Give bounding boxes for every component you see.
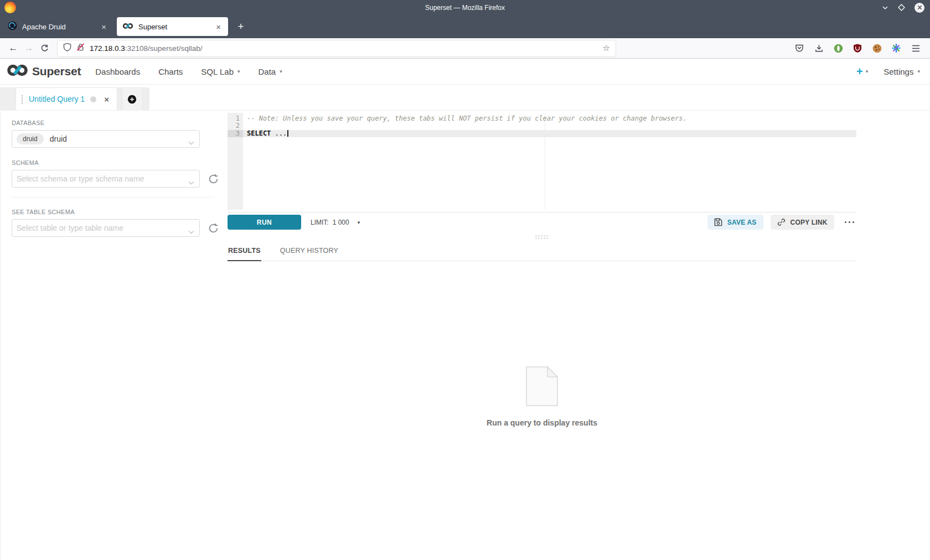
- sql-text: ...: [271, 129, 287, 137]
- pocket-icon[interactable]: [792, 40, 807, 56]
- browser-toolbar: ← → 172.18.0.3:32108/superset/sqllab/ ☆: [0, 38, 930, 59]
- navbar-menu: Dashboards Charts SQL Lab▾ Data▾: [95, 67, 282, 76]
- add-query-tab-button[interactable]: [122, 87, 143, 110]
- copy-link-button[interactable]: COPY LINK: [771, 215, 834, 230]
- limit-label: LIMIT:: [311, 219, 329, 226]
- schema-select[interactable]: Select schema or type schema name: [12, 170, 200, 188]
- resize-grip-icon[interactable]: [535, 235, 550, 239]
- nav-item-sql-lab[interactable]: SQL Lab▾: [201, 67, 240, 76]
- window-close-icon[interactable]: [914, 3, 924, 13]
- close-icon[interactable]: ×: [104, 95, 109, 104]
- sparkle-extension-icon[interactable]: [888, 40, 904, 56]
- schema-label: SCHEMA: [12, 159, 222, 166]
- tab-close-icon[interactable]: ×: [99, 22, 109, 32]
- save-as-button[interactable]: SAVE AS: [707, 215, 763, 230]
- firefox-logo-icon: [4, 2, 16, 13]
- tab-drag-handle-icon[interactable]: [21, 95, 23, 104]
- results-tabs: RESULTS QUERY HISTORY: [228, 243, 856, 261]
- toolbar-right-buttons: SAVE AS COPY LINK: [707, 215, 856, 230]
- empty-results-text: Run a query to display results: [487, 418, 597, 427]
- database-label: DATABASE: [12, 120, 222, 126]
- brand-name: Superset: [32, 65, 81, 78]
- menu-hamburger-icon[interactable]: [908, 40, 923, 56]
- caret-down-icon: ▾: [280, 69, 282, 74]
- query-tab-untitled-1[interactable]: Untitled Query 1 ×: [16, 87, 117, 110]
- sql-comment: -- Note: Unless you save your query, the…: [247, 115, 687, 122]
- cookie-icon[interactable]: [869, 40, 885, 56]
- nav-item-charts[interactable]: Charts: [158, 67, 183, 76]
- sql-editor[interactable]: 1 2 3 -- Note: Unless you save your quer…: [228, 113, 856, 210]
- window-maximize-icon[interactable]: [898, 4, 905, 11]
- tab-query-history[interactable]: QUERY HISTORY: [280, 243, 339, 261]
- window-minimize-icon[interactable]: [882, 4, 888, 11]
- chevron-down-icon: [188, 177, 194, 187]
- toolbar-right-icons: [792, 40, 923, 56]
- refresh-schema-icon[interactable]: [208, 174, 219, 184]
- forward-icon[interactable]: →: [21, 40, 37, 56]
- screen: Superset — Mozilla Firefox Apache Druid …: [0, 0, 930, 560]
- table-select[interactable]: Select table or type table name: [12, 219, 200, 237]
- url-host: 172.18.0.3: [90, 44, 125, 53]
- table-schema-label: SEE TABLE SCHEMA: [12, 209, 222, 215]
- druid-favicon-icon: [8, 21, 17, 32]
- editor-code[interactable]: -- Note: Unless you save your query, the…: [243, 113, 856, 210]
- refresh-table-icon[interactable]: [208, 223, 219, 234]
- more-options-icon[interactable]: [843, 218, 857, 227]
- plus-icon: +: [856, 66, 863, 77]
- insecure-lock-icon[interactable]: [76, 43, 85, 54]
- add-new-button[interactable]: +▾: [856, 66, 868, 77]
- sqllab-main: DATABASE druid druid SCHEMA Select schem…: [0, 111, 930, 560]
- tab-close-icon[interactable]: ×: [213, 22, 224, 32]
- query-tab-label: Untitled Query 1: [29, 95, 85, 103]
- back-icon[interactable]: ←: [6, 40, 21, 56]
- ublock-shield-icon[interactable]: [850, 40, 865, 56]
- chevron-down-icon: [188, 226, 194, 236]
- caret-down-icon: ▾: [358, 220, 360, 225]
- query-tab-row: Untitled Query 1 ×: [0, 85, 930, 111]
- run-toolbar: RUN LIMIT: 1 000 ▾ SAVE AS COPY LINK: [228, 212, 856, 230]
- settings-menu[interactable]: Settings▾: [884, 67, 920, 76]
- superset-logo-icon: [7, 64, 28, 79]
- run-button[interactable]: RUN: [228, 215, 301, 230]
- download-icon[interactable]: [811, 40, 826, 56]
- schema-placeholder: Select schema or type schema name: [17, 174, 144, 183]
- tracking-shield-icon[interactable]: [63, 43, 71, 54]
- superset-navbar: Superset Dashboards Charts SQL Lab▾ Data…: [0, 59, 930, 85]
- browser-tab-label: Superset: [138, 23, 208, 31]
- window-title: Superset — Mozilla Firefox: [425, 4, 505, 12]
- superset-brand[interactable]: Superset: [7, 64, 81, 79]
- database-value: druid: [50, 134, 67, 143]
- caret-down-icon: ▾: [866, 69, 869, 74]
- url-text: 172.18.0.3:32108/superset/sqllab/: [90, 44, 202, 53]
- superset-favicon-icon: [122, 23, 133, 31]
- line-number: 2: [228, 122, 240, 129]
- nav-item-dashboards[interactable]: Dashboards: [95, 67, 140, 76]
- tab-results[interactable]: RESULTS: [228, 243, 261, 261]
- bookmark-star-icon[interactable]: ☆: [603, 43, 610, 53]
- url-path: :32108/superset/sqllab/: [125, 44, 203, 53]
- add-query-tab-icon: [127, 95, 137, 104]
- nav-item-data[interactable]: Data▾: [259, 67, 282, 76]
- url-bar[interactable]: 172.18.0.3:32108/superset/sqllab/ ☆: [58, 40, 616, 56]
- database-select[interactable]: druid druid: [12, 130, 200, 148]
- line-number: 1: [228, 115, 240, 122]
- window-controls: [882, 0, 924, 15]
- browser-tab-druid[interactable]: Apache Druid ×: [2, 17, 113, 36]
- caret-down-icon: ▾: [917, 69, 920, 74]
- new-tab-icon[interactable]: +: [232, 18, 249, 35]
- results-body: Run a query to display results: [228, 261, 856, 427]
- table-placeholder: Select table or type table name: [17, 224, 123, 232]
- sqllab-sidebar: DATABASE druid druid SCHEMA Select schem…: [1, 111, 222, 560]
- limit-value: 1 000: [333, 219, 349, 226]
- window-titlebar: Superset — Mozilla Firefox: [0, 0, 930, 15]
- limit-dropdown[interactable]: LIMIT: 1 000 ▾: [311, 219, 360, 226]
- query-tab-strip: Untitled Query 1 ×: [0, 87, 149, 110]
- browser-tab-label: Apache Druid: [22, 23, 94, 31]
- extension-green-icon[interactable]: [830, 40, 846, 56]
- query-state-dot: [90, 96, 96, 102]
- link-icon: [777, 218, 786, 226]
- browser-tab-superset[interactable]: Superset ×: [117, 17, 228, 36]
- save-icon: [714, 218, 722, 226]
- sidebar-divider: [12, 197, 214, 198]
- reload-icon[interactable]: [37, 40, 52, 56]
